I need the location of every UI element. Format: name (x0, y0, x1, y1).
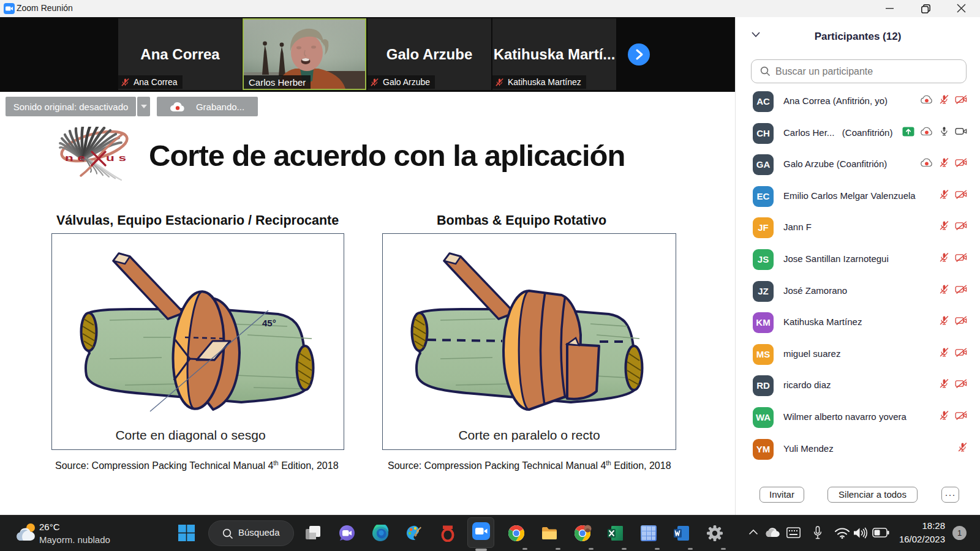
svg-text:ne: ne (65, 153, 89, 163)
svg-text:45°: 45° (262, 318, 276, 328)
svg-text:us: us (106, 153, 130, 163)
